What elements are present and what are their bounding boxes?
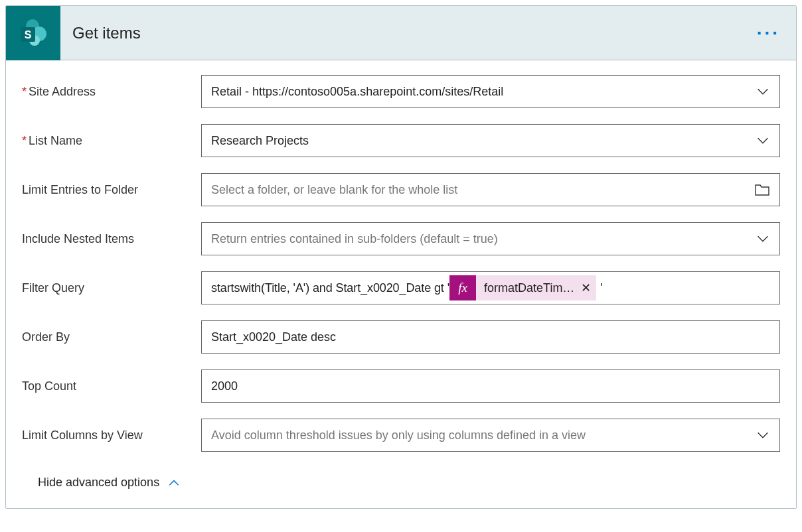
field-include-nested: Include Nested Items Return entries cont… bbox=[22, 222, 780, 255]
chevron-down-icon bbox=[756, 133, 770, 148]
expression-token[interactable]: fx formatDateTim… ✕ bbox=[449, 275, 596, 300]
limit-columns-label: Limit Columns by View bbox=[22, 429, 201, 442]
limit-folder-label: Limit Entries to Folder bbox=[22, 183, 201, 197]
limit-folder-placeholder: Select a folder, or leave blank for the … bbox=[211, 183, 748, 197]
card-title: Get items bbox=[72, 24, 757, 42]
field-top-count: Top Count 2000 bbox=[22, 369, 780, 403]
order-by-value: Start_x0020_Date desc bbox=[211, 330, 770, 344]
include-nested-dropdown[interactable]: Return entries contained in sub-folders … bbox=[201, 222, 780, 255]
order-by-label: Order By bbox=[22, 330, 201, 344]
hide-advanced-options-toggle[interactable]: Hide advanced options bbox=[22, 472, 181, 501]
field-limit-folder: Limit Entries to Folder Select a folder,… bbox=[22, 173, 780, 206]
expression-text: formatDateTim… bbox=[484, 281, 574, 295]
field-limit-columns: Limit Columns by View Avoid column thres… bbox=[22, 419, 780, 452]
svg-text:S: S bbox=[25, 29, 32, 40]
field-list-name: *List Name Research Projects bbox=[22, 124, 780, 157]
remove-expression-button[interactable]: ✕ bbox=[581, 282, 591, 294]
limit-columns-placeholder: Avoid column threshold issues by only us… bbox=[211, 429, 749, 442]
top-count-label: Top Count bbox=[22, 379, 201, 393]
card-header: S Get items ··· bbox=[6, 6, 796, 60]
list-name-dropdown[interactable]: Research Projects bbox=[201, 124, 780, 157]
filter-query-label: Filter Query bbox=[22, 281, 201, 295]
chevron-down-icon bbox=[756, 428, 770, 442]
order-by-input[interactable]: Start_x0020_Date desc bbox=[201, 320, 780, 354]
field-order-by: Order By Start_x0020_Date desc bbox=[22, 320, 780, 354]
list-name-label: *List Name bbox=[22, 134, 201, 148]
include-nested-placeholder: Return entries contained in sub-folders … bbox=[211, 232, 749, 246]
site-address-dropdown[interactable]: Retail - https://contoso005a.sharepoint.… bbox=[201, 75, 780, 108]
get-items-card: S Get items ··· *Site Address Retail - h… bbox=[5, 5, 797, 509]
folder-icon[interactable] bbox=[754, 182, 770, 198]
include-nested-label: Include Nested Items bbox=[22, 232, 201, 246]
site-address-label: *Site Address bbox=[22, 85, 201, 99]
fx-icon: fx bbox=[449, 275, 476, 300]
filter-query-suffix: ' bbox=[600, 281, 602, 295]
list-name-value: Research Projects bbox=[211, 134, 749, 148]
card-body: *Site Address Retail - https://contoso00… bbox=[6, 60, 796, 508]
filter-query-input[interactable]: startswith(Title, 'A') and Start_x0020_D… bbox=[201, 271, 780, 304]
chevron-up-icon bbox=[167, 476, 181, 490]
site-address-value: Retail - https://contoso005a.sharepoint.… bbox=[211, 85, 749, 99]
top-count-input[interactable]: 2000 bbox=[201, 369, 780, 403]
chevron-down-icon bbox=[756, 84, 770, 99]
field-site-address: *Site Address Retail - https://contoso00… bbox=[22, 75, 780, 108]
field-filter-query: Filter Query startswith(Title, 'A') and … bbox=[22, 271, 780, 304]
top-count-value: 2000 bbox=[211, 379, 770, 393]
advanced-toggle-label: Hide advanced options bbox=[38, 476, 159, 490]
chevron-down-icon bbox=[756, 232, 770, 246]
filter-query-prefix: startswith(Title, 'A') and Start_x0020_D… bbox=[211, 281, 449, 295]
limit-columns-dropdown[interactable]: Avoid column threshold issues by only us… bbox=[201, 419, 780, 452]
limit-folder-input[interactable]: Select a folder, or leave blank for the … bbox=[201, 173, 780, 206]
sharepoint-icon: S bbox=[6, 6, 60, 60]
